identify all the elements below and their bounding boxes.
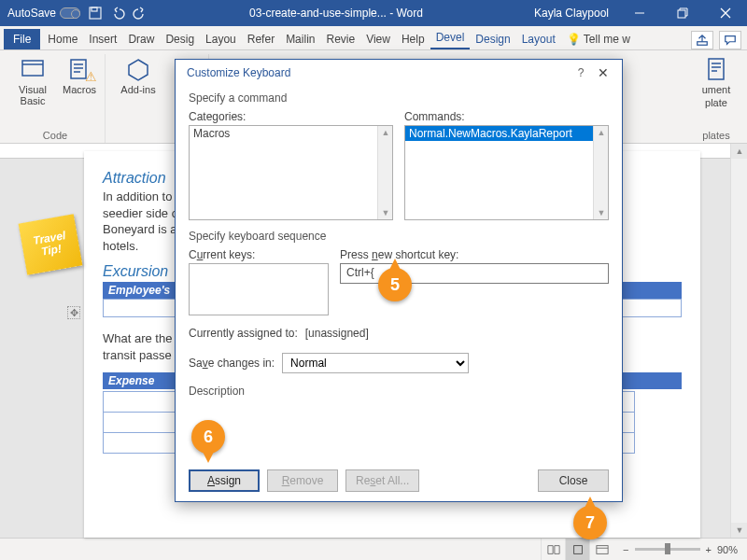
tab-review[interactable]: Revie	[320, 29, 360, 49]
zoom-level[interactable]: 90%	[717, 544, 738, 555]
svg-rect-1	[92, 7, 97, 11]
visual-basic-label: Visual Basic	[13, 84, 52, 106]
tab-home[interactable]: Home	[42, 29, 83, 49]
user-name[interactable]: Kayla Claypool	[525, 7, 618, 20]
dialog-close-button[interactable]: ✕	[592, 65, 614, 80]
document-title: 03-create-and-use-simple... - Word	[148, 7, 525, 20]
dialog-titlebar[interactable]: Customize Keyboard ? ✕	[176, 60, 622, 86]
tab-developer[interactable]: Devel	[430, 27, 471, 49]
close-button[interactable]: Close	[538, 469, 609, 492]
autosave-label: AutoSave	[7, 7, 56, 20]
visual-basic-button[interactable]: Visual Basic	[11, 54, 54, 108]
tab-mailings[interactable]: Mailin	[280, 29, 320, 49]
tab-layout[interactable]: Layou	[200, 29, 242, 49]
tab-table-layout[interactable]: Layout	[516, 29, 561, 49]
press-new-label: Press new shortcut key:	[340, 248, 609, 261]
share-button[interactable]	[691, 31, 713, 49]
specify-command-label: Specify a command	[189, 91, 609, 105]
autosave-toggle[interactable]: AutoSave	[7, 7, 80, 20]
specify-sequence-label: Specify keyboard sequence	[189, 230, 609, 243]
list-item[interactable]: Macros	[190, 126, 392, 141]
visual-basic-icon	[20, 56, 46, 82]
close-window-button[interactable]	[704, 0, 747, 26]
toggle-off-icon	[60, 7, 80, 19]
template-label-2: plate	[705, 97, 727, 108]
macros-label: Macros	[63, 84, 96, 95]
macros-button[interactable]: ⚠ Macros	[60, 54, 99, 97]
minimize-button[interactable]	[618, 0, 661, 26]
list-item[interactable]: Normal.NewMacros.KaylaReport	[405, 126, 608, 141]
vertical-scrollbar[interactable]: ▲ ▼	[730, 144, 747, 538]
zoom-in-button[interactable]: +	[706, 544, 712, 555]
tab-help[interactable]: Help	[396, 29, 430, 49]
save-changes-select[interactable]: Normal	[282, 353, 469, 373]
callout-6: 6	[191, 420, 225, 454]
assigned-to-label: Currently assigned to:	[189, 327, 298, 340]
save-icon[interactable]	[88, 6, 103, 21]
tell-me-label: Tell me w	[584, 33, 630, 46]
web-layout-button[interactable]	[589, 539, 613, 561]
assigned-to-value: [unassigned]	[305, 327, 369, 340]
addins-button[interactable]: Add-ins	[119, 54, 158, 97]
group-label-code: Code	[43, 130, 67, 143]
document-template-button[interactable]: ument plate	[697, 54, 736, 110]
commands-listbox[interactable]: Normal.NewMacros.KaylaReport ▲▼	[404, 125, 609, 220]
svg-rect-13	[573, 545, 582, 553]
scroll-up-icon[interactable]: ▲	[731, 144, 747, 159]
remove-button: Remove	[267, 469, 338, 492]
title-bar: AutoSave 03-create-and-use-simple... - W…	[0, 0, 747, 26]
dialog-title: Customize Keyboard	[187, 66, 570, 79]
scroll-down-icon[interactable]: ▼	[731, 523, 747, 538]
tab-draw[interactable]: Draw	[122, 29, 160, 49]
comments-button[interactable]	[719, 31, 741, 49]
redo-icon[interactable]	[133, 6, 148, 21]
commands-label: Commands:	[404, 110, 609, 123]
current-keys-listbox[interactable]	[189, 263, 329, 315]
tab-design[interactable]: Desig	[160, 29, 200, 49]
categories-listbox[interactable]: Macros ▲▼	[189, 125, 393, 220]
tab-insert[interactable]: Insert	[83, 29, 122, 49]
template-label-1: ument	[702, 84, 731, 95]
status-bar: − + 90%	[0, 538, 747, 560]
tab-references[interactable]: Refer	[242, 29, 280, 49]
group-label-templates: plates	[702, 130, 729, 143]
ribbon-group-templates: ument plate plates	[691, 54, 741, 143]
sticky-note: Travel Tip!	[19, 214, 83, 275]
tell-me[interactable]: 💡 Tell me w	[561, 29, 636, 49]
ribbon-tabs: File Home Insert Draw Desig Layou Refer …	[0, 26, 747, 50]
svg-rect-6	[698, 42, 708, 46]
template-icon	[703, 56, 729, 82]
zoom-out-button[interactable]: −	[623, 544, 628, 555]
svg-rect-7	[22, 61, 43, 76]
undo-icon[interactable]	[110, 6, 125, 21]
callout-5: 5	[378, 268, 412, 301]
tab-table-design[interactable]: Design	[470, 29, 515, 49]
svg-rect-12	[709, 59, 724, 79]
callout-7: 7	[573, 506, 607, 539]
zoom-slider[interactable]	[635, 548, 700, 551]
assign-button[interactable]: Assign	[189, 469, 260, 492]
tab-view[interactable]: View	[360, 29, 396, 49]
table-anchor-icon[interactable]: ✥	[67, 306, 80, 319]
save-changes-label: Save changes in:	[189, 357, 275, 370]
reset-all-button: Reset All...	[345, 469, 419, 492]
svg-rect-3	[678, 10, 685, 18]
ribbon-group-code: Visual Basic ⚠ Macros Code	[6, 54, 106, 143]
description-label: Description	[189, 385, 609, 398]
addins-icon	[125, 56, 151, 82]
help-button[interactable]: ?	[570, 66, 592, 79]
current-keys-label: Current keys:	[189, 248, 329, 261]
svg-marker-9	[129, 60, 148, 80]
restore-button[interactable]	[661, 0, 704, 26]
categories-label: Categories:	[189, 110, 393, 123]
svg-rect-14	[596, 545, 607, 553]
warning-icon: ⚠	[85, 69, 97, 84]
tab-file[interactable]: File	[4, 29, 40, 49]
addins-label: Add-ins	[120, 84, 155, 95]
print-layout-button[interactable]	[565, 539, 589, 561]
read-mode-button[interactable]	[541, 539, 565, 561]
